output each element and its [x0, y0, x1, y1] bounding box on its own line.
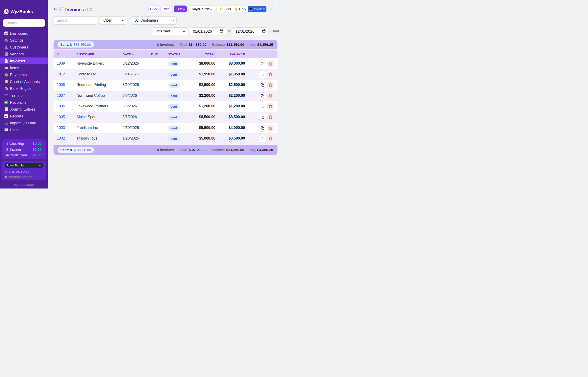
svg-text:$: $ [6, 74, 7, 76]
